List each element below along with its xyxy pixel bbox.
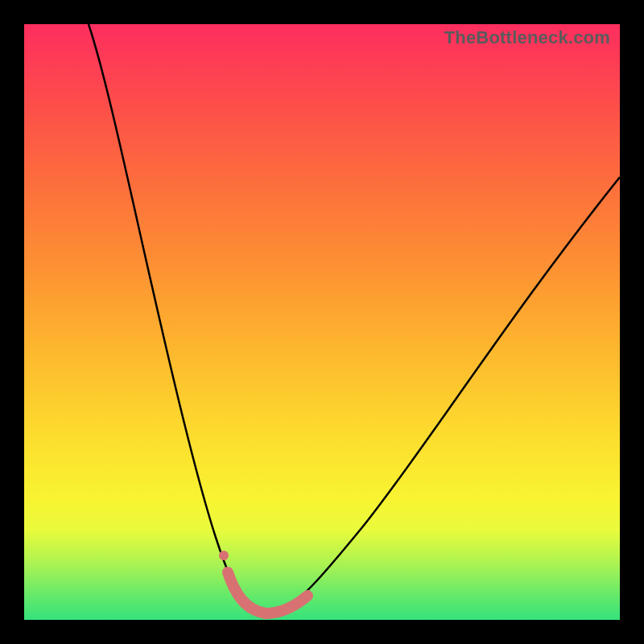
highlight-band	[228, 572, 308, 613]
highlight-dot-icon	[219, 551, 229, 560]
main-curve	[89, 24, 620, 614]
watermark-text: TheBottleneck.com	[444, 27, 610, 48]
curve-layer	[24, 24, 620, 620]
plot-area: TheBottleneck.com	[24, 24, 620, 620]
chart-frame: TheBottleneck.com	[0, 0, 644, 644]
